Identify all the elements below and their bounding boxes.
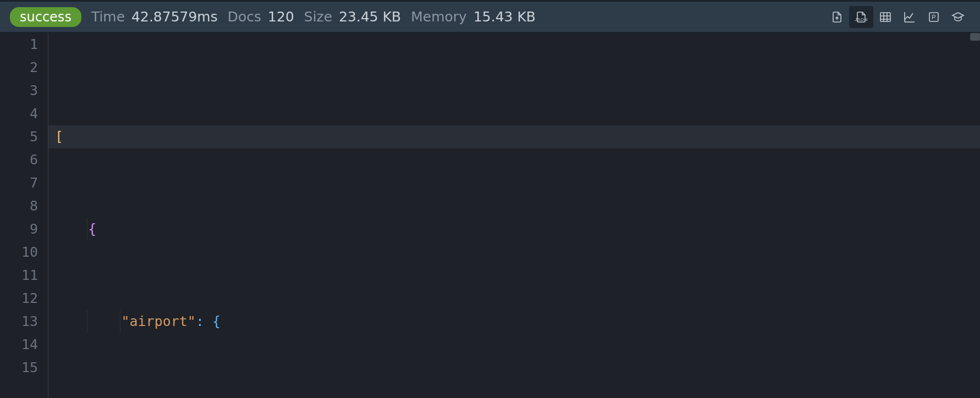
line-number: 3 xyxy=(0,79,38,102)
code-editor[interactable]: 1 2 3 4 5 6 7 8 9 10 11 12 13 14 15 [ { … xyxy=(0,33,980,398)
json-file-icon: JSON xyxy=(855,10,868,24)
status-bar: success Time 42.87579ms Docs 120 Size 23… xyxy=(0,0,980,33)
table-view-button[interactable] xyxy=(873,6,898,28)
line-number: 4 xyxy=(0,102,38,125)
stat-memory-label: Memory xyxy=(411,9,467,25)
stat-memory: Memory 15.43 KB xyxy=(411,9,536,25)
line-number: 8 xyxy=(0,195,38,218)
file-upload-icon xyxy=(830,10,844,24)
status-badge: success xyxy=(10,7,81,27)
upload-button[interactable] xyxy=(825,6,849,28)
learn-button[interactable] xyxy=(946,6,970,28)
code-line: { xyxy=(48,218,980,241)
line-number: 15 xyxy=(0,356,38,379)
stat-time-value: 42.87579ms xyxy=(131,9,218,25)
stat-docs-label: Docs xyxy=(228,9,261,25)
svg-text:P: P xyxy=(932,14,935,20)
svg-text:JSON: JSON xyxy=(855,17,867,22)
chart-line-icon xyxy=(903,10,916,24)
line-number-gutter: 1 2 3 4 5 6 7 8 9 10 11 12 13 14 15 xyxy=(0,33,48,398)
stat-size: Size 23.45 KB xyxy=(304,9,401,25)
line-number: 9 xyxy=(0,218,38,241)
stat-time: Time 42.87579ms xyxy=(91,9,218,25)
table-icon xyxy=(879,10,892,24)
line-number: 10 xyxy=(0,241,38,264)
line-number: 7 xyxy=(0,172,38,195)
stat-docs-value: 120 xyxy=(268,9,294,25)
code-content[interactable]: [ { "airport": { "id": 1254, "type": "ai… xyxy=(48,33,980,398)
plan-icon: P xyxy=(927,10,940,24)
stat-docs: Docs 120 xyxy=(228,9,294,25)
line-number: 5 xyxy=(0,125,38,148)
stat-time-label: Time xyxy=(91,9,125,25)
line-number: 1 xyxy=(0,33,38,56)
view-toolbar: JSON P xyxy=(825,6,970,28)
scrollbar-thumb[interactable] xyxy=(970,33,980,41)
plan-view-button[interactable]: P xyxy=(922,6,946,28)
line-number: 11 xyxy=(0,264,38,287)
code-line: [ xyxy=(48,125,980,148)
stat-memory-value: 15.43 KB xyxy=(474,9,536,25)
stat-size-label: Size xyxy=(304,9,332,25)
line-number: 2 xyxy=(0,56,38,79)
code-line: "airport": { xyxy=(48,310,980,333)
chart-view-button[interactable] xyxy=(898,6,922,28)
stat-size-value: 23.45 KB xyxy=(339,9,401,25)
line-number: 14 xyxy=(0,333,38,356)
line-number: 13 xyxy=(0,310,38,333)
svg-rect-1 xyxy=(880,13,890,21)
line-number: 6 xyxy=(0,148,38,172)
json-view-button[interactable]: JSON xyxy=(849,6,873,28)
graduation-cap-icon xyxy=(951,10,965,24)
line-number: 12 xyxy=(0,287,38,310)
